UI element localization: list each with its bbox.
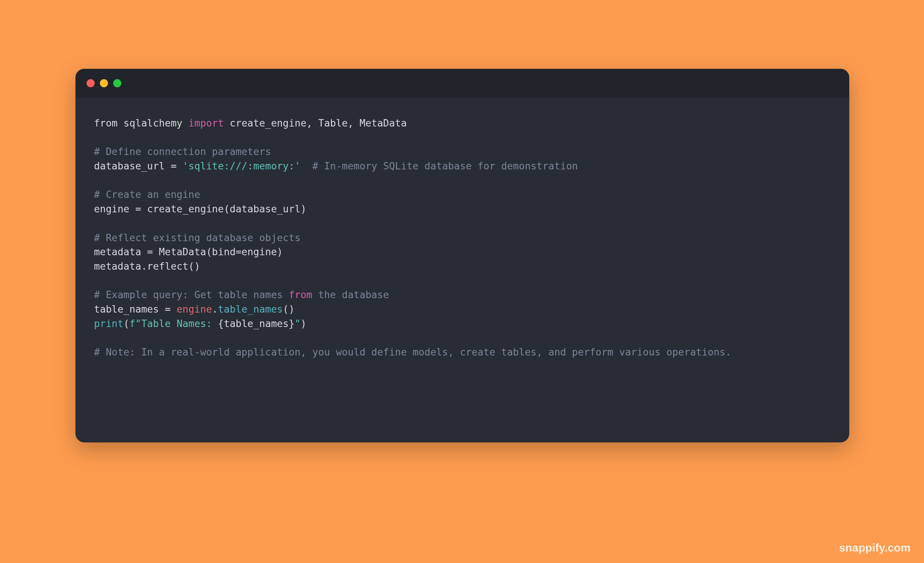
comment: # Note: In a real-world application, you… — [94, 346, 731, 358]
code-text: () — [283, 303, 295, 315]
object: engine — [177, 303, 212, 315]
code-text: ) — [300, 318, 306, 329]
code-text: table_names = — [94, 303, 177, 315]
code-text — [300, 160, 312, 172]
code-text: engine = create_engine(database_url) — [94, 203, 306, 215]
code-window: from sqlalchemy import create_engine, Ta… — [75, 69, 849, 442]
comment: # Define connection parameters — [94, 146, 271, 157]
code-text: sqlalchemy — [118, 117, 188, 129]
comment: the database — [312, 289, 389, 300]
code-text: {table_names} — [218, 318, 294, 329]
code-text: metadata.reflect() — [94, 260, 200, 272]
window-titlebar — [75, 69, 849, 98]
code-text: from — [94, 117, 118, 129]
string: " — [295, 318, 301, 329]
maximize-icon[interactable] — [113, 79, 122, 87]
keyword: import — [188, 117, 224, 129]
function: print — [94, 318, 123, 329]
watermark: snappify.com — [839, 542, 910, 554]
comment: # In-memory SQLite database for demonstr… — [312, 160, 578, 172]
code-text: metadata = MetaData(bind=engine) — [94, 246, 283, 257]
string: 'sqlite:///:memory:' — [182, 160, 300, 172]
code-text: create_engine, Table, MetaData — [224, 117, 407, 129]
string: f"Table Names: — [129, 318, 218, 329]
close-icon[interactable] — [87, 79, 95, 87]
keyword: from — [289, 289, 312, 300]
minimize-icon[interactable] — [100, 79, 108, 87]
code-text: database_url = — [94, 160, 182, 172]
comment: # Example query: Get table names — [94, 289, 289, 300]
code-text: ( — [123, 318, 129, 329]
comment: # Reflect existing database objects — [94, 232, 300, 243]
code-block: from sqlalchemy import create_engine, Ta… — [75, 98, 849, 378]
method: table_names — [218, 303, 283, 315]
comment: # Create an engine — [94, 189, 200, 200]
code-text: . — [212, 303, 218, 315]
